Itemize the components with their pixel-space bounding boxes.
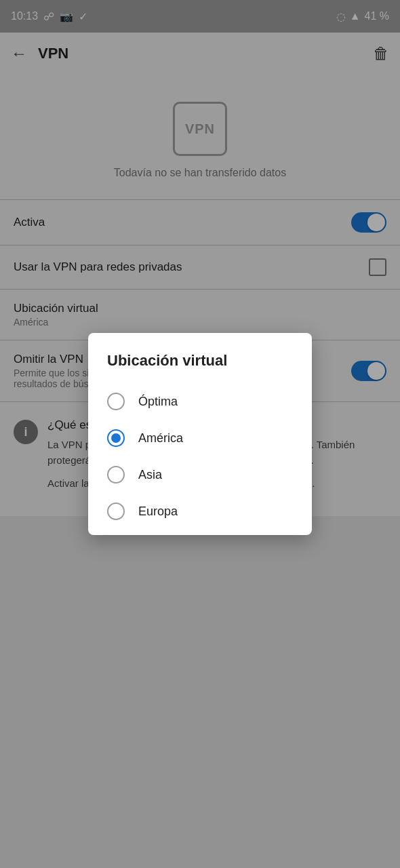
dialog-option-america-label: América — [138, 431, 183, 446]
location-dialog: Ubicación virtual Óptima América Asia Eu… — [88, 333, 312, 535]
dialog-title: Ubicación virtual — [88, 352, 312, 370]
dialog-option-america[interactable]: América — [88, 420, 312, 456]
modal-overlay[interactable]: Ubicación virtual Óptima América Asia Eu… — [0, 0, 400, 868]
dialog-option-asia-label: Asia — [138, 468, 162, 482]
radio-america[interactable] — [107, 429, 125, 447]
dialog-option-asia[interactable]: Asia — [88, 456, 312, 493]
radio-europa[interactable] — [107, 502, 125, 520]
dialog-option-optima-label: Óptima — [138, 395, 178, 409]
dialog-option-optima[interactable]: Óptima — [88, 383, 312, 420]
radio-optima[interactable] — [107, 393, 125, 410]
dialog-option-europa[interactable]: Europa — [88, 493, 312, 530]
dialog-option-europa-label: Europa — [138, 505, 178, 519]
radio-asia[interactable] — [107, 466, 125, 484]
